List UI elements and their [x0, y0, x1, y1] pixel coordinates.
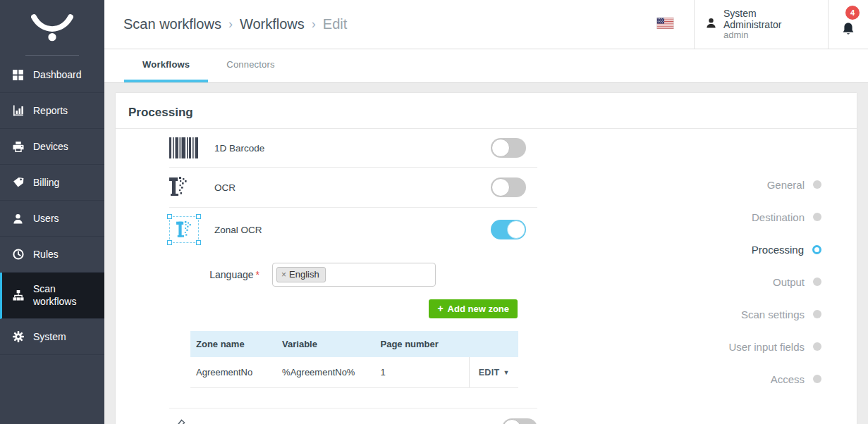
- section-nav-label: Processing: [752, 244, 804, 256]
- cell-page-number: 1: [374, 357, 469, 388]
- top-header: Scan workflows › Workflows › Edit: [104, 0, 868, 49]
- nav-dot-icon: [813, 180, 821, 189]
- sidebar-item-billing[interactable]: Billing: [0, 165, 104, 201]
- feature-label: Zonal OCR: [214, 225, 491, 235]
- logo-divider: [25, 55, 79, 56]
- ocr-icon: [169, 176, 200, 199]
- language-field-row: Language* × English: [169, 263, 537, 287]
- section-nav-general[interactable]: General: [728, 168, 821, 201]
- nav-dot-icon: [813, 213, 821, 221]
- breadcrumb-scan-workflows[interactable]: Scan workflows: [123, 16, 221, 32]
- toggle-1d-barcode[interactable]: [491, 138, 526, 158]
- user-info: System Administrator admin: [723, 8, 817, 41]
- zones-table-header-row: Zone name Variable Page number: [190, 331, 518, 357]
- sidebar-item-system[interactable]: System: [0, 319, 104, 355]
- column-header-actions: [470, 331, 518, 357]
- notifications-button[interactable]: 4: [829, 0, 868, 49]
- user-icon: [706, 18, 716, 31]
- sidebar-item-users[interactable]: Users: [0, 201, 104, 237]
- nav-dot-icon: [813, 375, 821, 383]
- language-label-text: Language: [209, 269, 253, 280]
- tag-icon: [12, 177, 24, 189]
- add-new-zone-button[interactable]: + Add new zone: [429, 299, 518, 318]
- chevron-down-icon: ▼: [503, 369, 509, 376]
- logo[interactable]: [0, 0, 104, 56]
- barcode-icon: [169, 137, 200, 158]
- pencil-icon: [172, 418, 203, 424]
- column-header-page-number: Page number: [374, 331, 469, 357]
- sidebar-item-devices[interactable]: Devices: [0, 129, 104, 165]
- section-nav-label: User input fields: [728, 341, 805, 353]
- app-window: Dashboard Reports Devices Billing: [0, 0, 868, 424]
- bar-chart-icon: [12, 105, 24, 117]
- breadcrumb: Scan workflows › Workflows › Edit: [123, 0, 637, 49]
- section-nav-processing[interactable]: Processing: [728, 233, 821, 266]
- tab-workflows[interactable]: Workflows: [124, 49, 208, 82]
- section-nav-destination[interactable]: Destination: [728, 201, 821, 233]
- section-nav-label: Destination: [752, 211, 805, 223]
- printer-icon: [12, 141, 24, 153]
- breadcrumb-workflows[interactable]: Workflows: [240, 16, 305, 32]
- toggle-knob: [491, 178, 510, 197]
- language-label: Language*: [169, 269, 259, 280]
- section-nav-user-input-fields[interactable]: User input fields: [728, 330, 821, 363]
- required-asterisk: *: [256, 269, 259, 280]
- section-nav-label: Scan settings: [741, 308, 805, 320]
- zonal-ocr-icon: [169, 216, 200, 243]
- sidebar: Dashboard Reports Devices Billing: [0, 0, 104, 424]
- user-menu[interactable]: System Administrator admin: [695, 0, 829, 49]
- section-title: Processing: [116, 93, 857, 129]
- feature-row-1d-barcode: 1D Barcode: [169, 129, 537, 168]
- tab-connectors[interactable]: Connectors: [208, 49, 293, 82]
- section-nav-label: General: [767, 179, 805, 191]
- chip-remove-icon[interactable]: ×: [281, 270, 286, 280]
- nav-dot-icon: [813, 342, 821, 351]
- zones-table: Zone name Variable Page number Agreement…: [190, 331, 518, 388]
- plus-icon: +: [437, 303, 443, 314]
- tab-label: Workflows: [142, 59, 190, 70]
- add-zone-button-label: Add new zone: [448, 304, 509, 314]
- sidebar-item-dashboard[interactable]: Dashboard: [0, 57, 104, 93]
- edit-dropdown-button[interactable]: EDIT▼: [479, 368, 510, 378]
- tab-label: Connectors: [226, 59, 274, 70]
- section-nav: General Destination Processing Output Sc…: [728, 168, 821, 395]
- sidebar-item-scan-workflows[interactable]: Scan workflows: [0, 273, 104, 319]
- sidebar-item-label: System: [33, 331, 66, 342]
- sidebar-item-reports[interactable]: Reports: [0, 93, 104, 129]
- toggle-ocr[interactable]: [491, 177, 526, 197]
- language-input[interactable]: × English: [272, 263, 436, 287]
- section-nav-output[interactable]: Output: [728, 266, 821, 298]
- language-chip: × English: [276, 267, 326, 282]
- sidebar-item-label: Rules: [33, 249, 59, 260]
- clock-icon: [12, 249, 24, 261]
- sidebar-item-label: Dashboard: [33, 69, 82, 80]
- language-selector[interactable]: [637, 0, 695, 49]
- sidebar-item-label: Scan workflows: [33, 283, 88, 308]
- sidebar-item-label: Users: [33, 213, 59, 224]
- gear-icon: [12, 331, 24, 343]
- sidebar-item-label: Reports: [33, 105, 68, 116]
- bell-icon: [842, 23, 855, 39]
- feature-list: 1D Barcode: [169, 129, 537, 424]
- section-nav-scan-settings[interactable]: Scan settings: [728, 298, 821, 330]
- cell-variable: %AgreementNo%: [276, 357, 374, 388]
- feature-label: 1D Barcode: [214, 143, 491, 154]
- us-flag-icon: [656, 18, 674, 32]
- edit-button-label: EDIT: [479, 368, 500, 378]
- section-nav-access[interactable]: Access: [728, 363, 821, 395]
- chip-label: English: [289, 269, 319, 280]
- feature-label: OCR: [214, 182, 491, 193]
- nav-dot-icon: [812, 245, 821, 254]
- zones-table-row: AgreementNo %AgreementNo% 1 EDIT▼: [190, 357, 518, 388]
- breadcrumb-separator: ›: [312, 17, 316, 32]
- toggle-zonal-ocr[interactable]: [491, 220, 526, 239]
- toggle-partial[interactable]: [502, 418, 537, 424]
- nav-dot-icon: [813, 310, 821, 318]
- main-area: Scan workflows › Workflows › Edit: [104, 0, 868, 424]
- section-nav-label: Access: [771, 373, 805, 385]
- sidebar-item-rules[interactable]: Rules: [0, 237, 104, 273]
- cell-actions: EDIT▼: [470, 357, 518, 388]
- sidebar-item-label: Devices: [33, 141, 68, 152]
- sitemap-icon: [12, 289, 24, 301]
- feature-row-zonal-ocr: Zonal OCR: [169, 208, 537, 251]
